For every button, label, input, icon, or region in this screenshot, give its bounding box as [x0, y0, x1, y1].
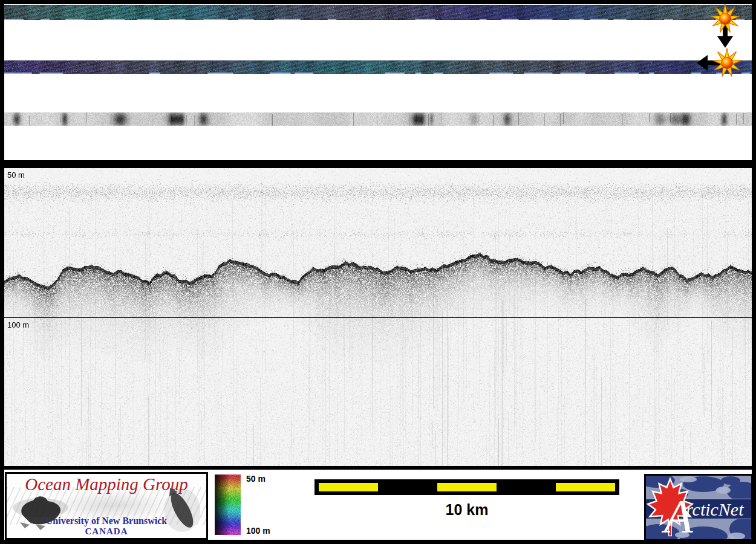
multibeam-swath-1 — [4, 5, 752, 20]
depth-colorbar — [215, 474, 241, 535]
subbottom-profiler-record — [4, 168, 752, 466]
starburst-icon — [709, 3, 741, 34]
depth-label-100m: 100 m — [7, 321, 29, 329]
depth-label-50m: 50 m — [7, 171, 25, 180]
omg-canada-line: CANADA — [7, 526, 206, 537]
swath-strips-panel — [4, 4, 752, 160]
multibeam-swath-2 — [4, 60, 752, 74]
omg-title: Ocean Mapping Group — [7, 474, 206, 494]
scalebar-yellow-segment — [437, 483, 497, 491]
starburst-icon — [711, 47, 743, 79]
distance-scalebar — [314, 479, 619, 495]
subbottom-profiler-panel: 50 m 100 m — [4, 168, 752, 466]
colorbar-label-bottom: 100 m — [246, 526, 270, 536]
arcticnet-wordmark: rcticNet — [686, 499, 744, 519]
footer-bar: Ocean Mapping Group University of New Br… — [4, 470, 752, 540]
arcticnet-logo: A rcticNet — [644, 474, 753, 541]
omg-university-line: University of New Brunswick — [7, 516, 206, 526]
scalebar-yellow-segment — [319, 483, 378, 491]
scalebar-label: 10 km — [314, 501, 619, 519]
survey-figure: { "page": {"width": 1250, "height": 900,… — [0, 0, 756, 544]
arcticnet-logo-art: A rcticNet — [646, 476, 751, 539]
sidescan-swath — [4, 112, 752, 126]
ocean-mapping-group-logo: Ocean Mapping Group University of New Br… — [5, 472, 208, 540]
colorbar-label-top: 50 m — [246, 474, 266, 484]
scalebar-yellow-segment — [556, 483, 615, 491]
